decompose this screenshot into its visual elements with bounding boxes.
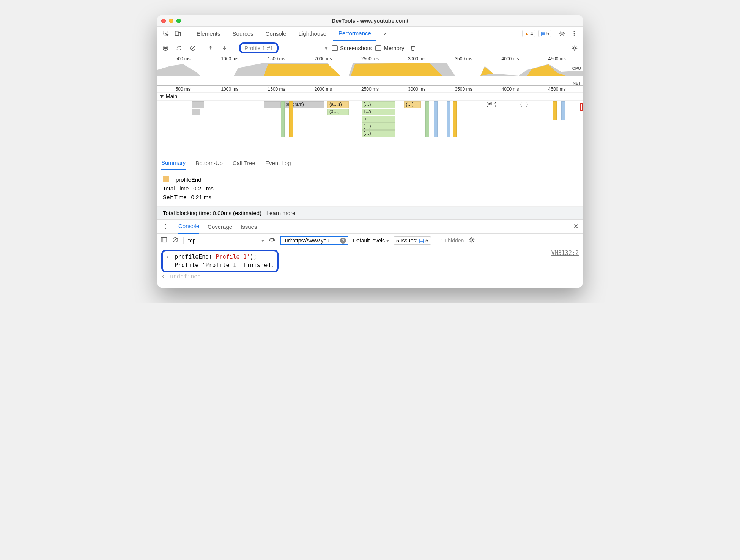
svg-point-16	[271, 238, 273, 241]
flame-bar[interactable]: (…)	[362, 130, 396, 137]
drawer-tab-issues[interactable]: Issues	[241, 219, 257, 234]
memory-checkbox[interactable]: Memory	[375, 45, 404, 51]
flame-bar[interactable]: (…)	[362, 123, 396, 130]
flame-bar[interactable]	[264, 101, 281, 108]
net-label: NET	[573, 81, 581, 85]
devtools-window: DevTools - www.youtube.com/ Elements Sou…	[157, 15, 583, 288]
record-button[interactable]	[161, 43, 170, 53]
tab-sources[interactable]: Sources	[227, 27, 259, 41]
perf-tab-call-tree[interactable]: Call Tree	[233, 156, 255, 170]
titlebar: DevTools - www.youtube.com/	[157, 15, 583, 27]
window-title: DevTools - www.youtube.com/	[157, 18, 583, 24]
flame-stripe	[425, 101, 429, 137]
flame-bar[interactable]: TJa	[362, 109, 396, 115]
svg-line-15	[174, 238, 177, 242]
flame-bar[interactable]: (…)	[519, 101, 536, 108]
svg-rect-12	[161, 238, 167, 242]
console-sidebar-toggle-icon[interactable]	[161, 236, 167, 244]
message-icon: ▤	[541, 31, 545, 36]
console-context-selector[interactable]: top ▾	[188, 238, 264, 244]
levels-label: Default levels	[353, 238, 385, 244]
tab-console[interactable]: Console	[260, 27, 292, 41]
net-lane: NET	[157, 81, 583, 85]
tab-elements[interactable]: Elements	[191, 27, 226, 41]
flame-bar[interactable]	[192, 101, 205, 108]
svg-point-11	[573, 47, 575, 49]
messages-badge[interactable]: ▤ 5	[538, 30, 551, 37]
perf-tab-summary[interactable]: Summary	[161, 156, 186, 170]
log-levels-selector[interactable]: Default levels ▾	[353, 238, 389, 244]
settings-icon[interactable]	[557, 28, 567, 39]
svg-line-10	[191, 46, 195, 50]
flame-stripe	[553, 101, 557, 120]
console-filter-input[interactable]: -url:https://www.you ✕	[280, 236, 348, 245]
download-profile-button[interactable]	[219, 43, 229, 53]
flame-bar[interactable]: (…)	[362, 101, 396, 108]
drawer-close-icon[interactable]: ✕	[573, 222, 579, 231]
flame-bar[interactable]: (a…)	[327, 109, 349, 115]
timeline-detail[interactable]: 500 ms 1000 ms 1500 ms 2000 ms 2500 ms 3…	[157, 86, 583, 156]
filter-value: -url:https://www.you	[283, 238, 329, 244]
reload-record-button[interactable]	[174, 43, 184, 53]
live-expression-icon[interactable]	[269, 236, 276, 244]
profile-selector[interactable]: Profile 1 #1	[239, 42, 279, 53]
issues-label: 5 Issues:	[396, 238, 417, 244]
svg-point-8	[164, 47, 167, 49]
upload-profile-button[interactable]	[206, 43, 216, 53]
message-count: 5	[546, 31, 549, 36]
device-toolbar-icon[interactable]	[173, 28, 183, 39]
tab-lighthouse[interactable]: Lighthouse	[293, 27, 332, 41]
flame-bar[interactable]: b	[362, 116, 396, 123]
undefined-text: undefined	[170, 273, 201, 280]
flame-stripe	[434, 101, 438, 137]
flame-chart[interactable]: (program) (a…s) (a…) (…) TJa b (…) (…) (…	[157, 101, 583, 154]
message-icon: ▤	[419, 238, 424, 244]
console-source-link[interactable]: VM3132:2	[551, 250, 579, 256]
total-time-value: 0.21 ms	[193, 185, 213, 192]
drawer-tab-console[interactable]: Console	[178, 219, 199, 234]
drawer-menu-icon[interactable]: ⋮	[161, 223, 170, 230]
context-label: top	[188, 238, 195, 244]
warning-icon: ▲	[524, 31, 529, 36]
main-track-label: Main	[166, 93, 177, 99]
capture-settings-icon[interactable]	[570, 43, 579, 53]
svg-point-4	[574, 31, 575, 32]
kebab-menu-icon[interactable]	[569, 28, 579, 39]
flame-bar[interactable]: (…)	[404, 101, 421, 108]
flame-bar[interactable]: (idle)	[485, 101, 510, 108]
flame-stripe	[453, 101, 457, 137]
self-time-value: 0.21 ms	[191, 194, 211, 200]
flame-bar[interactable]: (program)	[282, 101, 324, 108]
tab-performance[interactable]: Performance	[333, 27, 376, 41]
console-toolbar: top ▾ -url:https://www.you ✕ Default lev…	[157, 234, 583, 247]
perf-tab-bottom-up[interactable]: Bottom-Up	[195, 156, 223, 170]
timeline-overview[interactable]: 500 ms 1000 ms 1500 ms 2000 ms 2500 ms 3…	[157, 55, 583, 86]
summary-event-name: profileEnd	[176, 176, 202, 183]
self-time-label: Self Time	[163, 194, 187, 200]
delete-profile-button[interactable]	[408, 43, 418, 53]
dropdown-icon[interactable]: ▾	[325, 45, 328, 52]
drawer-tab-coverage[interactable]: Coverage	[208, 219, 232, 234]
flame-stripe	[289, 101, 293, 137]
console-clear-icon[interactable]	[172, 236, 179, 244]
tab-more[interactable]: »	[378, 27, 392, 41]
main-track-header[interactable]: Main	[157, 93, 583, 101]
screenshots-checkbox[interactable]: Screenshots	[332, 45, 372, 51]
total-time-label: Total Time	[163, 185, 189, 192]
perf-tab-event-log[interactable]: Event Log	[265, 156, 291, 170]
flame-bar[interactable]	[192, 109, 200, 115]
dropdown-icon: ▾	[386, 238, 389, 244]
flame-bar[interactable]: (a…s)	[327, 101, 349, 108]
tbt-learn-more-link[interactable]: Learn more	[266, 210, 296, 216]
warnings-badge[interactable]: ▲ 4	[522, 30, 535, 37]
svg-point-6	[574, 35, 575, 36]
inspect-element-icon[interactable]	[161, 28, 171, 39]
drawer-tab-bar: ⋮ Console Coverage Issues ✕	[157, 219, 583, 234]
issues-pill[interactable]: 5 Issues: ▤ 5	[394, 236, 431, 245]
console-settings-icon[interactable]	[468, 236, 475, 244]
clear-button[interactable]	[188, 43, 198, 53]
svg-point-3	[561, 33, 563, 35]
issues-count: 5	[425, 238, 428, 244]
console-output[interactable]: › profileEnd('Profile 1'); Profile 'Prof…	[157, 247, 583, 288]
clear-filter-icon[interactable]: ✕	[340, 238, 346, 244]
